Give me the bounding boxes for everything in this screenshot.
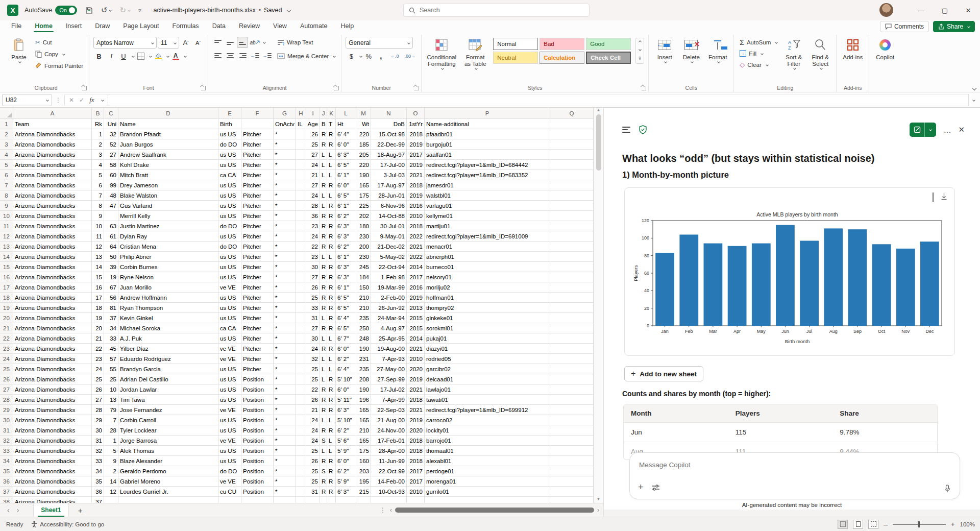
cell[interactable]: 5' 10" <box>336 374 356 384</box>
cell[interactable]: L <box>320 160 327 170</box>
col-header-Q[interactable]: Q <box>550 108 594 119</box>
cell[interactable]: 7-Apr-99 <box>371 395 407 405</box>
row-header-16[interactable]: 16 <box>0 272 13 282</box>
cell[interactable]: * <box>274 395 296 405</box>
cell[interactable]: 14-Feb-00 <box>371 476 407 487</box>
cell[interactable]: R <box>320 211 327 221</box>
cell[interactable]: 6-Nov-96 <box>371 201 407 211</box>
cell[interactable]: 2 <box>92 139 104 150</box>
cell[interactable]: * <box>274 333 296 344</box>
cell[interactable]: * <box>274 476 296 487</box>
format-cells-button[interactable]: Format <box>706 36 729 83</box>
cell[interactable]: 23 <box>306 221 320 231</box>
align-right-icon[interactable] <box>237 50 248 61</box>
cell[interactable]: 2018 <box>407 456 425 466</box>
zoom-level[interactable]: 100% <box>960 521 975 527</box>
align-left-icon[interactable] <box>212 50 224 61</box>
cell[interactable]: 6' 5" <box>336 303 356 313</box>
cell[interactable]: 220 <box>356 160 371 170</box>
cell[interactable]: R <box>320 384 327 395</box>
cell[interactable]: cu CU <box>218 487 241 497</box>
col-header-J[interactable]: J <box>320 108 327 119</box>
cell[interactable]: do DO <box>218 221 241 231</box>
tab-home[interactable]: Home <box>29 21 59 32</box>
cell[interactable]: 36 <box>306 211 320 221</box>
cell[interactable]: Arizona Diamondbacks <box>13 313 92 323</box>
insert-cells-button[interactable]: ← Insert <box>653 36 676 83</box>
cell[interactable] <box>407 497 425 503</box>
cell[interactable]: 24 <box>306 190 320 201</box>
cell[interactable]: * <box>274 129 296 139</box>
cell[interactable]: Arizona Diamondbacks <box>13 160 92 170</box>
currency-chevron-icon[interactable] <box>359 55 362 58</box>
cell[interactable] <box>356 497 371 503</box>
cell[interactable] <box>296 466 306 476</box>
cell[interactable]: Position <box>241 405 274 415</box>
delete-chevron-icon[interactable] <box>691 60 694 63</box>
cell[interactable]: 25 <box>92 374 104 384</box>
cell[interactable]: Pitcher <box>241 262 274 272</box>
cell[interactable]: 2020 <box>407 425 425 436</box>
cell[interactable] <box>296 313 306 323</box>
cell[interactable] <box>550 364 594 374</box>
cell[interactable]: burneco01 <box>425 262 550 272</box>
cell[interactable]: * <box>274 425 296 436</box>
cell[interactable]: 195 <box>356 476 371 487</box>
cell[interactable]: 13 <box>104 395 118 405</box>
cell[interactable]: us US <box>218 211 241 221</box>
cell[interactable]: Position <box>241 374 274 384</box>
cell[interactable]: 22 <box>92 344 104 354</box>
cell[interactable]: 2019 <box>407 190 425 201</box>
cell[interactable]: 31 <box>92 436 104 446</box>
cell[interactable]: Justin Martinez <box>118 221 218 231</box>
cell[interactable]: * <box>274 456 296 466</box>
orientation-icon[interactable]: ab <box>249 37 260 48</box>
paste-chevron-icon[interactable] <box>18 60 21 63</box>
cell[interactable]: Age <box>306 119 320 129</box>
cell[interactable]: 26 <box>306 456 320 466</box>
insert-chevron-icon[interactable] <box>664 60 667 63</box>
cell[interactable]: us US <box>218 150 241 160</box>
cell[interactable]: Arizona Diamondbacks <box>13 282 92 293</box>
cell[interactable]: us US <box>218 364 241 374</box>
cell[interactable]: Arizona Diamondbacks <box>13 456 92 466</box>
cell[interactable]: sorokmi01 <box>425 323 550 333</box>
cell[interactable]: 2014 <box>407 262 425 272</box>
cell[interactable]: Pitcher <box>241 242 274 252</box>
cell[interactable]: 190 <box>356 344 371 354</box>
col-header-I[interactable]: I <box>306 108 320 119</box>
document-title[interactable]: active-mlb-players-birth-months.xlsx • S… <box>154 7 290 14</box>
cell[interactable]: 25 <box>104 374 118 384</box>
cell[interactable]: Arizona Diamondbacks <box>13 487 92 497</box>
cell[interactable]: R <box>320 303 327 313</box>
cell[interactable]: Jose Fernandez <box>118 405 218 415</box>
cell[interactable]: Position <box>241 395 274 405</box>
cell[interactable]: Birth <box>218 119 241 129</box>
cell[interactable]: 5-May-02 <box>371 252 407 262</box>
cell[interactable] <box>550 129 594 139</box>
cell[interactable] <box>550 436 594 446</box>
page-layout-view-icon[interactable] <box>853 520 863 529</box>
cell[interactable]: 235 <box>356 313 371 323</box>
cell[interactable]: R <box>327 405 336 415</box>
cell[interactable]: R <box>320 242 327 252</box>
row-header-27[interactable]: 27 <box>0 384 13 395</box>
cell[interactable]: 9-May-01 <box>371 231 407 242</box>
copilot-input-card[interactable]: + <box>629 452 960 499</box>
increase-indent-icon[interactable]: → <box>261 50 273 61</box>
cell[interactable]: do DO <box>218 139 241 150</box>
cell[interactable]: OnActv <box>274 119 296 129</box>
cell[interactable]: 165 <box>356 436 371 446</box>
cell[interactable]: * <box>274 170 296 180</box>
cell[interactable]: R <box>327 262 336 272</box>
cell[interactable]: perdoge01 <box>425 466 550 476</box>
cell[interactable]: 6' 5" <box>336 323 356 333</box>
font-color-chevron-icon[interactable] <box>184 55 187 58</box>
cell[interactable] <box>550 201 594 211</box>
cell[interactable]: 2015 <box>407 313 425 323</box>
font-color-button[interactable]: A <box>170 51 181 62</box>
cell[interactable]: redirect.fcgi?player=1&mlb_ID=699912 <box>425 405 550 415</box>
cell[interactable]: 225 <box>356 201 371 211</box>
cell[interactable]: Arizona Diamondbacks <box>13 415 92 425</box>
cell[interactable]: 6' 3" <box>336 231 356 242</box>
